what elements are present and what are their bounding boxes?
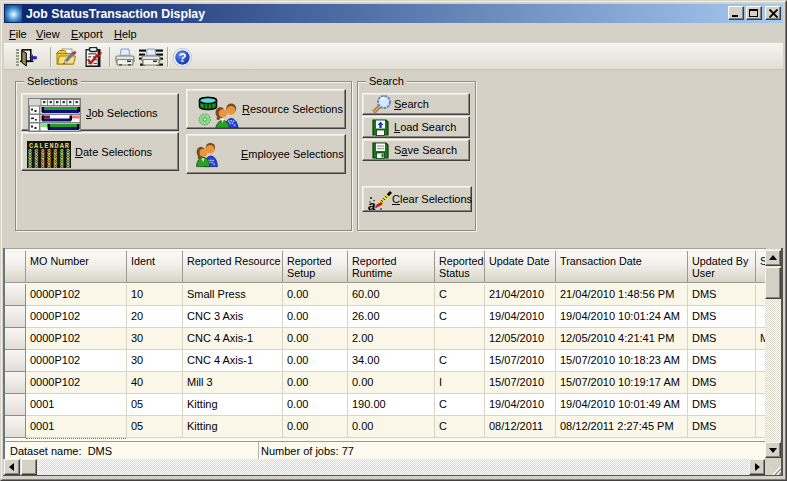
svg-text:?: ? <box>179 51 187 65</box>
svg-text:a: a <box>368 198 376 211</box>
